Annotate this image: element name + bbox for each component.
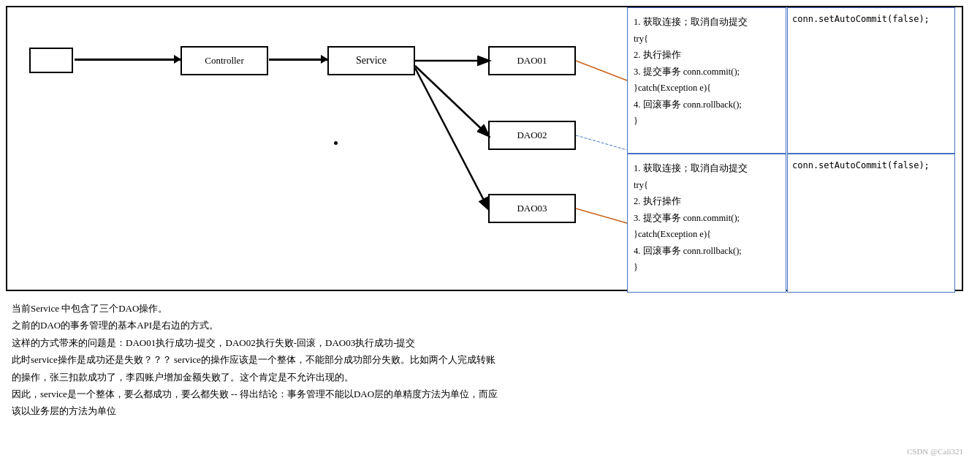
right-panel-bottom: 1. 获取连接；取消自动提交 try{ 2. 执行操作 3. 提交事务 conn… xyxy=(627,154,786,293)
desc-line1: 当前Service 中包含了三个DAO操作。 xyxy=(12,300,742,317)
input-box xyxy=(29,48,73,73)
panel-top-line3: 2. 执行操作 xyxy=(634,47,780,64)
dot-marker xyxy=(334,141,338,145)
panel-top-text: 1. 获取连接；取消自动提交 try{ 2. 执行操作 3. 提交事务 conn… xyxy=(628,8,786,135)
arrow-controller-service xyxy=(269,59,327,61)
controller-label: Controller xyxy=(205,55,243,67)
panel-bottom-line3: 2. 执行操作 xyxy=(634,193,780,210)
panel-top-line4: 3. 提交事务 conn.commit(); xyxy=(634,64,780,80)
desc-line4: 此时service操作是成功还是失败？？？ service的操作应该是一个整体，… xyxy=(12,351,742,368)
panel-top-line7: } xyxy=(634,113,780,129)
desc-line7: 该以业务层的方法为单位 xyxy=(12,402,742,419)
dao03-box: DAO03 xyxy=(488,194,576,223)
desc-line2: 之前的DAO的事务管理的基本API是右边的方式。 xyxy=(12,317,742,334)
panel-bottom-line4: 3. 提交事务 conn.commit(); xyxy=(634,210,780,227)
panel-top-line5: }catch(Exception e){ xyxy=(634,80,780,97)
code-bottom-text: conn.setAutoCommit(false); xyxy=(792,160,930,170)
dao02-label: DAO02 xyxy=(517,129,547,141)
panel-top-line1: 1. 获取连接；取消自动提交 xyxy=(634,14,780,31)
code-panel-top: conn.setAutoCommit(false); xyxy=(787,7,955,154)
panel-bottom-line2: try{ xyxy=(634,177,780,194)
code-panel-bottom: conn.setAutoCommit(false); xyxy=(787,154,955,293)
desc-line3: 这样的方式带来的问题是：DAO01执行成功-提交，DAO02执行失败-回滚，DA… xyxy=(12,334,742,351)
panel-bottom-text: 1. 获取连接；取消自动提交 try{ 2. 执行操作 3. 提交事务 conn… xyxy=(628,154,786,282)
svg-line-1 xyxy=(415,66,488,135)
dao03-label: DAO03 xyxy=(517,203,547,214)
panel-top-line2: try{ xyxy=(634,31,780,48)
dao01-label: DAO01 xyxy=(517,55,547,67)
controller-box: Controller xyxy=(181,46,268,75)
desc-line6: 因此，service是一个整体，要么都成功，要么都失败 -- 得出结论：事务管理… xyxy=(12,386,742,402)
panel-bottom-line6: 4. 回滚事务 conn.rollback(); xyxy=(634,243,780,260)
svg-line-4 xyxy=(576,208,627,223)
service-label: Service xyxy=(356,55,387,67)
panel-bottom-line1: 1. 获取连接；取消自动提交 xyxy=(634,160,780,177)
arrow-input-controller xyxy=(75,59,181,61)
watermark: CSDN @Cali321 xyxy=(907,447,963,456)
code-top-text: conn.setAutoCommit(false); xyxy=(792,14,930,24)
panel-top-line6: 4. 回滚事务 conn.rollback(); xyxy=(634,97,780,113)
dao01-box: DAO01 xyxy=(488,46,576,75)
service-box: Service xyxy=(327,46,415,75)
panel-bottom-line7: } xyxy=(634,259,780,276)
svg-line-3 xyxy=(576,61,627,80)
dao02-box: DAO02 xyxy=(488,121,576,150)
panel-bottom-line5: }catch(Exception e){ xyxy=(634,226,780,243)
svg-line-2 xyxy=(415,68,488,208)
diagram-area: Controller Service DAO01 DAO02 DAO03 xyxy=(6,6,963,291)
desc-line5: 的操作，张三扣款成功了，李四账户增加金额失败了。这个肯定是不允许出现的。 xyxy=(12,369,742,386)
right-panel-top: 1. 获取连接；取消自动提交 try{ 2. 执行操作 3. 提交事务 conn… xyxy=(627,7,786,154)
main-container: Controller Service DAO01 DAO02 DAO03 xyxy=(6,6,970,459)
svg-line-5 xyxy=(576,135,627,150)
description-area: 当前Service 中包含了三个DAO操作。 之前的DAO的事务管理的基本API… xyxy=(12,300,742,420)
